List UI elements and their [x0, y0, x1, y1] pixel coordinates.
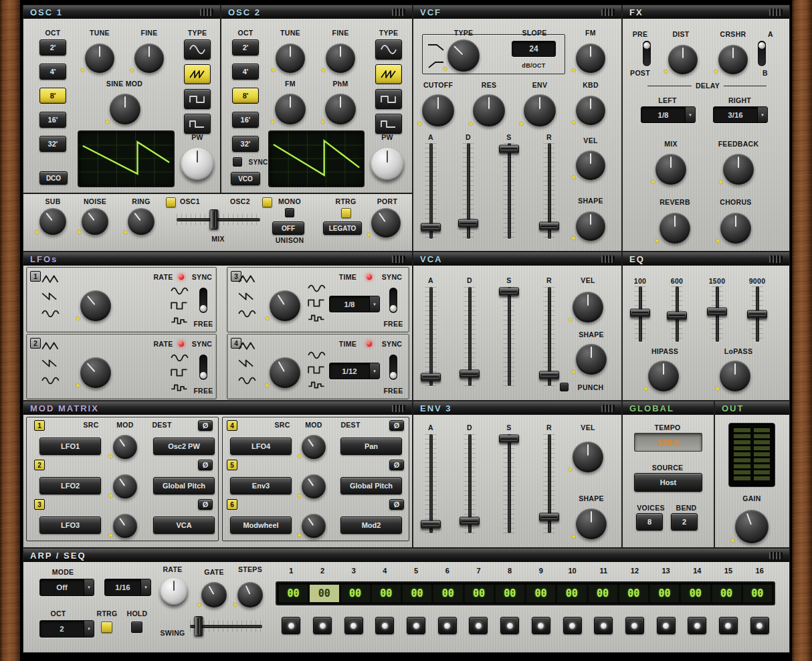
noise-knob[interactable]	[82, 208, 108, 235]
eq-100-slider[interactable]	[631, 286, 649, 342]
osc1-fine-knob[interactable]	[134, 43, 164, 73]
lfo-wave-sine-icon[interactable]	[308, 351, 326, 360]
vcf-attack-slider[interactable]	[422, 143, 439, 239]
lfo-wave-triangle-icon[interactable]	[41, 341, 60, 351]
step-value-cell[interactable]: 00	[372, 585, 401, 602]
osc2-sync-checkbox[interactable]	[233, 157, 242, 167]
slider-handle[interactable]	[421, 223, 441, 231]
lfo-wave-triangle-icon[interactable]	[238, 274, 257, 284]
step-value-cell[interactable]: 00	[433, 585, 462, 602]
mod-slot-3-badge[interactable]: 3	[34, 499, 45, 510]
legato-button[interactable]: LEGATO	[323, 221, 362, 235]
osc2-oct-2-button[interactable]: 2'	[232, 39, 259, 56]
osc1-oct-32-button[interactable]: 32'	[39, 136, 66, 152]
lfo-wave-sine-icon[interactable]	[41, 376, 60, 385]
mod-slot-2-src-button[interactable]: LFO2	[39, 477, 101, 494]
lfo-wave-square-icon[interactable]	[308, 365, 326, 375]
lfo-wave-sine-icon[interactable]	[238, 309, 257, 318]
arp-mode-dropdown[interactable]: Off	[39, 579, 94, 596]
step-button[interactable]	[563, 617, 582, 634]
vcf-shape-knob[interactable]	[576, 211, 605, 241]
step-value-cell[interactable]: 00	[496, 585, 524, 602]
mod-slot-1-amount-knob[interactable]	[113, 435, 137, 459]
lfo-wave-sine-icon[interactable]	[41, 309, 60, 318]
step-button[interactable]	[625, 617, 644, 634]
osc1-oct-2-button[interactable]: 2'	[39, 39, 66, 56]
mod-slot-6-invert-button[interactable]: Ø	[389, 499, 404, 510]
crusher-knob[interactable]	[718, 45, 748, 74]
filter-fm-knob[interactable]	[576, 43, 605, 73]
mod-slot-1-badge[interactable]: 1	[34, 420, 45, 431]
lfo-wave-triangle-icon[interactable]	[41, 274, 60, 284]
step-button[interactable]	[688, 617, 706, 634]
step-button[interactable]	[313, 617, 332, 634]
mod-slot-2-amount-knob[interactable]	[113, 474, 137, 498]
env3-release-slider[interactable]	[540, 434, 558, 533]
slider-handle[interactable]	[499, 435, 519, 444]
lfo-wave-saw-icon[interactable]	[238, 359, 257, 368]
step-button[interactable]	[594, 617, 613, 634]
arp-rtrg-button[interactable]	[101, 622, 112, 633]
lfo-free-toggle[interactable]	[389, 288, 397, 313]
lfo-wave-sample-hold-icon[interactable]	[308, 380, 326, 389]
step-button[interactable]	[282, 617, 300, 634]
step-button[interactable]	[375, 617, 394, 634]
osc2-tune-knob[interactable]	[276, 43, 305, 73]
osc1-wave-saw-button[interactable]	[184, 64, 211, 84]
osc2-oct-8-button[interactable]: 8'	[232, 88, 259, 104]
slider-handle[interactable]	[421, 520, 441, 529]
unison-off-button[interactable]: OFF	[272, 221, 304, 235]
osc2-fine-knob[interactable]	[326, 43, 355, 73]
osc2-wave-pulse-button[interactable]	[375, 114, 402, 134]
osc2-oct-4-button[interactable]: 4'	[232, 64, 259, 80]
env3-attack-slider[interactable]	[422, 434, 439, 533]
resonance-knob[interactable]	[473, 94, 505, 126]
mod-slot-4-invert-button[interactable]: Ø	[389, 420, 404, 431]
lfo-wave-sample-hold-icon[interactable]	[171, 383, 189, 392]
mod-slot-1-invert-button[interactable]: Ø	[198, 420, 213, 431]
slider-handle[interactable]	[539, 513, 559, 522]
gain-knob[interactable]	[735, 510, 769, 543]
step-value-cell[interactable]: 00	[619, 585, 648, 602]
eq-1500-slider[interactable]	[708, 286, 726, 342]
vca-sustain-slider[interactable]	[500, 287, 518, 386]
mod-slot-5-invert-button[interactable]: Ø	[389, 460, 404, 470]
dropdown-arrow-icon[interactable]	[757, 107, 767, 122]
feedback-knob[interactable]	[723, 154, 754, 185]
eq-9000-slider[interactable]	[748, 286, 766, 342]
mod-slot-4-dest-button[interactable]: Pan	[340, 438, 402, 455]
step-button[interactable]	[657, 617, 676, 634]
lfo-free-toggle[interactable]	[389, 355, 397, 380]
osc1-sine-mod-knob[interactable]	[110, 94, 140, 124]
env3-vel-knob[interactable]	[573, 442, 603, 472]
osc2-phm-knob[interactable]	[325, 94, 356, 124]
lfo-wave-sine-icon[interactable]	[238, 376, 257, 385]
osc2-pw-knob[interactable]	[371, 148, 404, 181]
dropdown-arrow-icon[interactable]	[369, 296, 379, 312]
mod-slot-5-badge[interactable]: 5	[227, 460, 237, 470]
voices-button[interactable]: 8	[636, 513, 663, 531]
osc1-oct-16-button[interactable]: 16'	[39, 112, 66, 128]
osc2-fm-knob[interactable]	[275, 94, 306, 124]
step-value-cell[interactable]: 00	[589, 585, 617, 602]
lfo4-rate-knob[interactable]	[270, 357, 300, 388]
vca-release-slider[interactable]	[540, 287, 558, 386]
mod-slot-4-src-button[interactable]: LFO4	[230, 438, 292, 455]
mod-slot-6-src-button[interactable]: Modwheel	[230, 516, 292, 534]
dropdown-arrow-icon[interactable]	[685, 107, 695, 122]
step-button[interactable]	[344, 617, 363, 634]
slider-handle[interactable]	[630, 308, 650, 317]
osc1-enable-button[interactable]	[166, 197, 176, 207]
slider-handle[interactable]	[460, 517, 480, 526]
dropdown-arrow-icon[interactable]	[84, 579, 94, 595]
lfo-wave-sine-icon[interactable]	[171, 286, 189, 296]
env3-decay-slider[interactable]	[461, 434, 478, 533]
mod-slot-2-badge[interactable]: 2	[34, 460, 45, 470]
slider-handle[interactable]	[539, 371, 559, 379]
bend-range-button[interactable]: 2	[671, 513, 698, 531]
delay-right-dropdown[interactable]: 3/16	[713, 106, 768, 123]
mod-slot-5-dest-button[interactable]: Global Pitch	[340, 477, 402, 494]
vcf-release-slider[interactable]	[540, 143, 558, 239]
slider-handle[interactable]	[210, 209, 219, 229]
vcf-decay-slider[interactable]	[460, 143, 477, 239]
